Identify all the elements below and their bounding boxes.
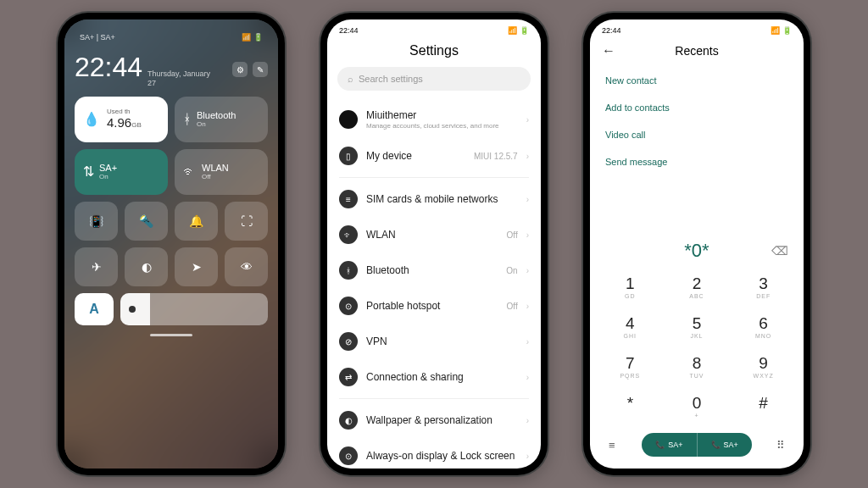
dialpad-key-7[interactable]: 7 PQRS [597, 347, 664, 386]
settings-row[interactable]: ⇄ Connection & sharing › [327, 359, 541, 395]
location-toggle[interactable]: ➤ [175, 247, 218, 286]
key-letters: PQRS [597, 373, 664, 379]
time-label: 22:44 [75, 52, 142, 83]
row-label: Always-on display & Lock screen [366, 450, 518, 462]
status-icons: 📶 🔋 [508, 26, 529, 35]
row-icon: ᚼ [339, 261, 358, 280]
status-icons: 📶 🔋 [771, 26, 792, 35]
vibrate-toggle[interactable]: 📳 [75, 202, 118, 241]
key-letters: GHI [597, 333, 664, 339]
dialpad-icon[interactable]: ⠿ [776, 439, 785, 452]
key-number: 4 [597, 314, 664, 333]
auto-brightness-toggle[interactable]: A [75, 293, 114, 325]
settings-row[interactable]: ⊙ Portable hotspot Off › [327, 288, 541, 324]
airplane-toggle[interactable]: ✈ [75, 247, 118, 286]
dialpad-key-6[interactable]: 6 MNO [730, 307, 797, 347]
row-value: On [506, 266, 517, 275]
row-icon: ≡ [339, 190, 358, 208]
phone-dialer: 22:44 📶 🔋 ← Recents New contactAdd to co… [583, 13, 810, 475]
dark-mode-toggle[interactable]: ◐ [125, 247, 168, 286]
dialpad-key-5[interactable]: 5 JKL [664, 307, 731, 347]
key-number: 3 [730, 274, 797, 293]
account-row[interactable]: Miuithemer Manage accounts, cloud servic… [327, 101, 541, 138]
row-icon: ◐ [339, 411, 358, 430]
settings-row[interactable]: ᯤ WLAN Off › [327, 217, 541, 252]
chevron-right-icon: › [526, 230, 529, 240]
settings-icon[interactable]: ⚙ [232, 62, 248, 77]
call-sim1-button[interactable]: 📞 SA+ [642, 433, 696, 457]
my-device-row[interactable]: ▯ My device MIUI 12.5.7 › [327, 138, 541, 174]
key-number: 0 [664, 394, 731, 413]
key-number: * [597, 394, 664, 413]
screenshot-toggle[interactable]: ⛶ [225, 202, 268, 241]
home-indicator[interactable] [150, 334, 192, 336]
key-number: # [730, 394, 797, 413]
key-number: 7 [597, 354, 664, 373]
chevron-right-icon: › [526, 195, 529, 204]
date-num: 27 [147, 79, 210, 88]
chevron-right-icon: › [526, 337, 529, 347]
brightness-slider[interactable] [120, 293, 268, 325]
settings-row[interactable]: ⊘ VPN › [327, 324, 541, 359]
dialpad-key-#[interactable]: # [730, 386, 797, 426]
dialpad-key-9[interactable]: 9 WXYZ [730, 347, 797, 386]
call-button-group: 📞 SA+ 📞 SA+ [642, 433, 752, 457]
menu-icon[interactable]: ≡ [609, 439, 615, 452]
dialpad-key-2[interactable]: 2 ABC [664, 267, 731, 307]
dnd-toggle[interactable]: 🔔 [175, 202, 218, 241]
settings-row[interactable]: ⊙ Always-on display & Lock screen › [327, 438, 541, 469]
key-number: 8 [664, 354, 731, 373]
status-bar: 22:44 📶 🔋 [590, 19, 804, 38]
mobile-data-tile[interactable]: ⇅ SA+ On [75, 149, 168, 195]
call-sim2-button[interactable]: 📞 SA+ [697, 433, 752, 457]
device-value: MIUI 12.5.7 [474, 152, 518, 161]
phone-icon: 📞 [655, 441, 665, 449]
chevron-right-icon: › [526, 115, 529, 125]
phone-control-center: SA+ | SA+ 📶 🔋 22:44 Thursday, January 27… [58, 13, 285, 475]
used-label: Used th [107, 108, 142, 115]
wifi-icon: ᯤ [183, 164, 197, 180]
bluetooth-icon: ᚼ [183, 112, 192, 127]
slider-thumb-icon [129, 306, 136, 313]
row-icon: ⊙ [339, 297, 358, 315]
edit-icon[interactable]: ✎ [253, 62, 268, 77]
settings-row[interactable]: ᚼ Bluetooth On › [327, 252, 541, 288]
row-value: Off [507, 230, 518, 240]
contact-option[interactable]: New contact [605, 67, 788, 94]
row-value: Off [507, 302, 518, 311]
contact-option[interactable]: Send message [605, 148, 788, 175]
settings-row[interactable]: ≡ SIM cards & mobile networks › [327, 181, 541, 217]
contact-option[interactable]: Add to contacts [605, 94, 788, 121]
contact-option[interactable]: Video call [605, 121, 788, 148]
page-title: Settings [327, 38, 541, 67]
phone-settings: 22:44 📶 🔋 Settings ⌕ Search settings Miu… [320, 13, 548, 475]
data-usage-tile[interactable]: 💧 Used th 4.96GB [75, 97, 168, 142]
status-time: 22:44 [602, 26, 621, 35]
backspace-button[interactable]: ⌫ [771, 244, 788, 258]
bluetooth-state: On [197, 120, 236, 128]
bluetooth-tile[interactable]: ᚼ Bluetooth On [175, 97, 268, 142]
page-title: Recents [602, 44, 792, 58]
row-label: Portable hotspot [366, 300, 498, 312]
dialpad-key-3[interactable]: 3 DEF [730, 267, 797, 307]
divider [339, 398, 529, 399]
dialpad-key-8[interactable]: 8 TUV [664, 347, 731, 386]
device-label: My device [366, 150, 465, 162]
row-icon: ᯤ [339, 225, 358, 244]
divider [339, 177, 529, 178]
chevron-right-icon: › [526, 152, 529, 161]
dialpad-key-4[interactable]: 4 GHI [597, 307, 664, 347]
chevron-right-icon: › [526, 266, 529, 275]
row-label: WLAN [366, 229, 498, 241]
flashlight-toggle[interactable]: 🔦 [125, 202, 168, 241]
wlan-tile[interactable]: ᯤ WLAN Off [175, 149, 268, 195]
row-label: Bluetooth [366, 264, 498, 276]
row-label: Wallpaper & personalization [366, 414, 518, 426]
dialpad-key-1[interactable]: 1 GD [597, 267, 664, 307]
settings-row[interactable]: ◐ Wallpaper & personalization › [327, 402, 541, 438]
dialpad-key-0[interactable]: 0 + [664, 386, 731, 426]
search-input[interactable]: ⌕ Search settings [337, 67, 531, 91]
key-number: 1 [597, 274, 664, 293]
dialpad-key-*[interactable]: * [597, 386, 664, 426]
eye-toggle[interactable]: 👁 [225, 247, 268, 286]
